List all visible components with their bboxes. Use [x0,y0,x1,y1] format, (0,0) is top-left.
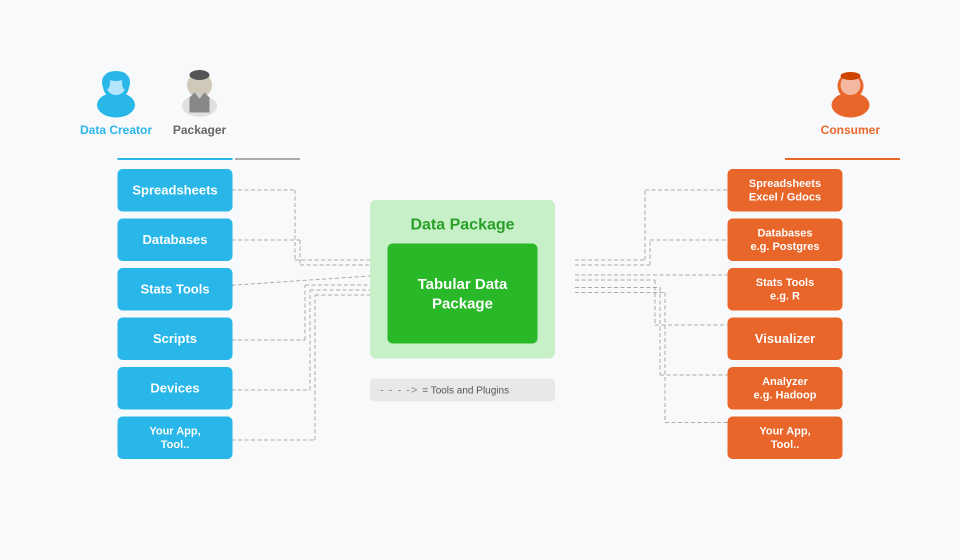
consumer-box-visualizer: Visualizer [728,318,842,360]
packager-avatar [172,65,227,120]
svg-point-55 [190,70,210,80]
data-creator-persona: Data Creator [80,65,152,137]
tabular-data-package: Tabular Data Package [388,244,538,344]
packager-label: Packager [173,123,226,137]
source-box-devices: Devices [118,367,232,410]
source-box-your-app: Your App, Tool.. [118,416,232,459]
tabular-label: Tabular Data Package [418,274,508,313]
consumer-box-databases: Databases e.g. Postgres [728,218,842,261]
consumer-box-analyzer: Analyzer e.g. Hadoop [728,367,842,410]
svg-point-52 [122,75,130,90]
legend-text: = Tools and Plugins [422,384,510,396]
data-creator-avatar [88,65,144,120]
data-creator-label: Data Creator [80,123,152,137]
consumer-box-stats-tools: Stats Tools e.g. R [728,268,842,310]
legend-dashes: - - - -> [380,384,418,396]
source-box-databases: Databases [118,218,232,261]
source-box-scripts: Scripts [118,318,232,360]
svg-point-60 [844,96,856,101]
data-package-outer: Data Package Tabular Data Package [370,200,555,358]
svg-point-59 [840,72,860,80]
consumer-box-your-app: Your App, Tool.. [728,416,842,459]
packager-persona: Packager [172,65,227,137]
data-package-title: Data Package [410,215,514,234]
source-box-spreadsheets: Spreadsheets [118,169,232,212]
consumer-box-spreadsheets: Spreadsheets Excel / Gdocs [728,169,842,212]
consumer-persona: Consumer [820,65,880,137]
source-box-stats-tools: Stats Tools [118,268,232,310]
legend: - - - -> = Tools and Plugins [370,378,555,402]
consumer-avatar [823,65,878,120]
data-package-container: Data Package Tabular Data Package - - - … [370,200,555,402]
consumer-label: Consumer [820,123,880,137]
svg-point-51 [102,75,110,90]
